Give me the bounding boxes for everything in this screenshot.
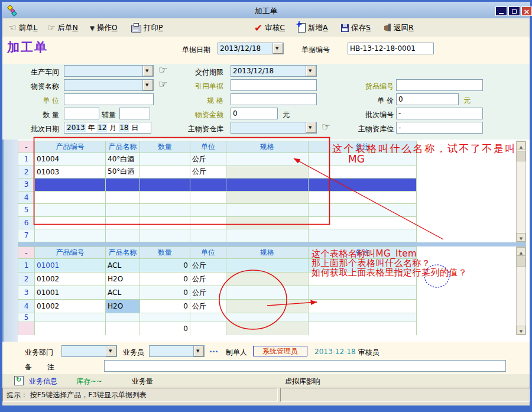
cell-qty[interactable]: 0 bbox=[140, 259, 190, 272]
cell-unit[interactable] bbox=[190, 191, 226, 204]
table-row[interactable]: 101001ACL0公斤 bbox=[18, 259, 417, 272]
return-button[interactable]: 返回R bbox=[383, 22, 414, 34]
new-button[interactable]: 新增A bbox=[298, 22, 328, 34]
tab-stock[interactable]: 库存~~ bbox=[76, 377, 102, 386]
cell-spec[interactable] bbox=[226, 216, 309, 229]
tab-business-info[interactable]: 业务信息 bbox=[29, 377, 57, 386]
workshop-combo[interactable] bbox=[64, 65, 154, 77]
cell-qty[interactable] bbox=[140, 166, 190, 179]
cell-note[interactable] bbox=[309, 216, 417, 229]
grid-splitter[interactable] bbox=[18, 242, 526, 246]
spec-input[interactable] bbox=[231, 93, 317, 105]
cell-row-number[interactable]: 7 bbox=[18, 229, 35, 242]
maximize-button[interactable] bbox=[508, 7, 520, 16]
cell-name[interactable]: ACL bbox=[106, 259, 140, 272]
main-location-input[interactable]: - bbox=[396, 122, 483, 134]
column-header-code[interactable]: 产品编号 bbox=[35, 247, 106, 259]
cell-row-number[interactable]: 2 bbox=[18, 166, 35, 179]
chevron-down-icon[interactable] bbox=[273, 43, 283, 54]
chevron-down-icon[interactable] bbox=[106, 346, 116, 356]
cell-qty[interactable]: 0 bbox=[140, 286, 190, 300]
column-header-name[interactable]: 产品名称 bbox=[106, 141, 140, 153]
table-row[interactable]: 5 bbox=[18, 204, 417, 217]
cell-code[interactable]: 01001 bbox=[35, 259, 106, 272]
cell-row-number[interactable]: 1 bbox=[18, 153, 35, 166]
cell-qty[interactable] bbox=[140, 229, 190, 242]
aux-qty-input[interactable] bbox=[119, 108, 150, 119]
cell-name[interactable] bbox=[106, 313, 140, 322]
goods-no-input[interactable] bbox=[396, 79, 483, 91]
cell-name[interactable]: H2O bbox=[106, 300, 140, 313]
cell-code[interactable] bbox=[35, 179, 106, 192]
cell-note[interactable] bbox=[309, 300, 417, 313]
column-header-qty[interactable]: 数量 bbox=[140, 141, 190, 153]
cell-note[interactable] bbox=[309, 179, 417, 192]
cell-row-number[interactable]: 3 bbox=[18, 286, 35, 300]
cell-code[interactable]: 01003 bbox=[35, 166, 106, 179]
cell-row-number[interactable]: 1 bbox=[18, 259, 35, 272]
cell-spec[interactable] bbox=[226, 313, 309, 322]
cell-note[interactable] bbox=[309, 229, 417, 242]
cell-unit[interactable] bbox=[190, 216, 226, 229]
column-header-qty[interactable]: 数量 bbox=[140, 247, 190, 259]
table-row[interactable]: 20100350°白酒公斤 bbox=[18, 166, 417, 179]
cell-qty[interactable] bbox=[140, 179, 190, 192]
cell-name[interactable]: 40°白酒 bbox=[106, 153, 140, 166]
actions-menu-button[interactable]: 操作O bbox=[90, 22, 118, 34]
upper-grid-scrollbar[interactable] bbox=[516, 141, 526, 242]
table-row[interactable]: 5 bbox=[18, 313, 417, 322]
qty-input[interactable] bbox=[64, 108, 99, 119]
tab-business-volume[interactable]: 业务量 bbox=[132, 377, 153, 386]
cell-spec[interactable] bbox=[226, 166, 309, 179]
cell-unit[interactable]: 公斤 bbox=[190, 286, 226, 300]
cell-spec[interactable] bbox=[226, 286, 309, 300]
cell-row-number[interactable]: 2 bbox=[18, 272, 35, 286]
cell-unit[interactable] bbox=[190, 204, 226, 217]
cell-spec[interactable] bbox=[226, 229, 309, 242]
batch-date-input[interactable]: 2013 年 12 月 18 日 bbox=[64, 122, 151, 134]
cell-spec[interactable] bbox=[226, 179, 309, 192]
doc-date-combo[interactable]: 2013/12/18 bbox=[218, 43, 284, 54]
scroll-up-icon[interactable] bbox=[517, 247, 525, 256]
ref-doc-input[interactable] bbox=[231, 79, 317, 91]
cell-spec[interactable] bbox=[226, 259, 309, 272]
column-header-note[interactable]: 备注 bbox=[309, 141, 417, 153]
cell-qty[interactable] bbox=[140, 204, 190, 217]
unit-input[interactable] bbox=[64, 93, 154, 105]
column-header-row-number[interactable]: - bbox=[18, 247, 35, 259]
chevron-down-icon[interactable] bbox=[193, 346, 204, 356]
dept-combo[interactable] bbox=[61, 345, 117, 357]
cell-unit[interactable]: 公斤 bbox=[190, 259, 226, 272]
cell-qty[interactable] bbox=[140, 153, 190, 166]
chevron-down-icon[interactable] bbox=[306, 122, 316, 133]
title-bar[interactable]: 加工单 bbox=[2, 2, 530, 18]
column-header-row-number[interactable]: - bbox=[18, 141, 35, 153]
table-row[interactable]: 6 bbox=[18, 216, 417, 229]
table-row[interactable]: 4 bbox=[18, 191, 417, 204]
cell-name[interactable]: 50°白酒 bbox=[106, 166, 140, 179]
table-row[interactable]: 301001ACL0公斤 bbox=[18, 286, 417, 300]
main-warehouse-combo[interactable] bbox=[231, 122, 317, 134]
cell-qty[interactable] bbox=[140, 191, 190, 204]
scrollbar-thumb[interactable] bbox=[517, 151, 525, 161]
cell-name[interactable] bbox=[106, 216, 140, 229]
minimize-button[interactable] bbox=[495, 7, 507, 16]
save-button[interactable]: 保存S bbox=[341, 22, 371, 34]
column-header-spec[interactable]: 规格 bbox=[226, 247, 309, 259]
scrollbar-thumb[interactable] bbox=[517, 257, 525, 267]
amount-input[interactable]: 0 bbox=[231, 108, 278, 119]
column-header-code[interactable]: 产品编号 bbox=[35, 141, 106, 153]
cell-spec[interactable] bbox=[226, 191, 309, 204]
cell-note[interactable] bbox=[309, 153, 417, 166]
cell-row-number[interactable]: 5 bbox=[18, 313, 35, 322]
chevron-down-icon[interactable] bbox=[306, 66, 316, 76]
cell-note[interactable] bbox=[309, 259, 417, 272]
cell-name[interactable] bbox=[106, 179, 140, 192]
clerk-combo[interactable] bbox=[149, 345, 205, 357]
lower-grid-scrollbar[interactable] bbox=[516, 246, 526, 335]
refresh-icon[interactable] bbox=[14, 376, 24, 385]
cell-row-number[interactable]: 4 bbox=[18, 191, 35, 204]
next-doc-button[interactable]: 后单N bbox=[47, 22, 78, 34]
table-row[interactable]: 401002H2O0公斤 bbox=[18, 300, 417, 313]
cell-name[interactable] bbox=[106, 204, 140, 217]
